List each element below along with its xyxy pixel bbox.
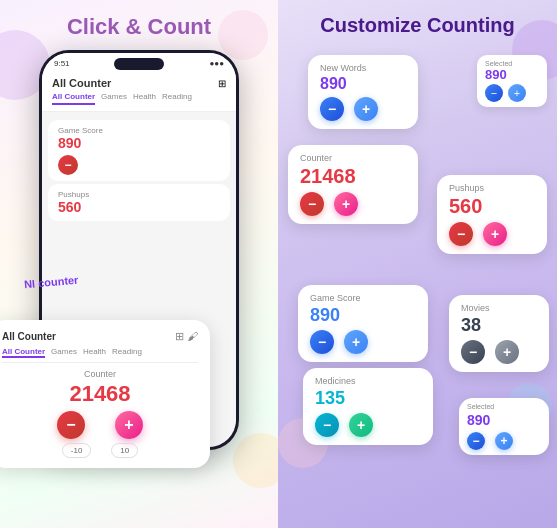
phone-mini-cards: Game Score 890 − Pushups 560 [42,120,236,221]
fc-tabs: All Counter Games Health Reading [2,347,198,363]
pushups-label: Pushups [449,183,535,193]
pushups-plus-btn[interactable]: + [483,222,507,246]
phone-tab-reading[interactable]: Reading [162,92,192,105]
game-score-value: 890 [310,305,416,326]
fc-tab-health[interactable]: Health [83,347,106,358]
fc-header: All Counter ⊞ 🖌 [2,330,198,343]
left-panel: Click & Count 9:51 ●●● All Counter ⊞ All… [0,0,278,528]
selected-minus-btn[interactable]: − [485,84,503,102]
phone-notch [114,58,164,70]
fc-title: All Counter [2,331,56,342]
app-bar-title: All Counter [52,77,111,89]
mini-card-pushups: Pushups 560 [48,184,230,221]
fc-step-buttons: -10 10 [2,443,198,458]
status-icons: ●●● [210,59,225,68]
selected-plus-btn[interactable]: + [508,84,526,102]
movies-card: Movies 38 − + [449,295,549,372]
new-words-buttons: − + [320,97,406,121]
movies-minus-btn[interactable]: − [461,340,485,364]
small-bottom-minus-btn[interactable]: − [467,432,485,450]
new-words-minus-btn[interactable]: − [320,97,344,121]
pushups-value: 560 [449,195,535,218]
decorative-blob-4 [233,433,278,488]
mini-card-gamescore-label: Game Score [58,126,220,135]
selected-card-value: 890 [485,67,539,82]
mini-card-gamescore-buttons: − [58,155,220,175]
mini-card-pushups-value: 560 [58,199,220,215]
right-cards-area: Selected 890 − + New Words 890 − + Count… [278,45,557,505]
counter-plus-btn[interactable]: + [334,192,358,216]
counter-minus-btn[interactable]: − [300,192,324,216]
fc-minus-button[interactable]: − [57,411,85,439]
game-score-buttons: − + [310,330,416,354]
left-panel-title: Click & Count [67,14,211,40]
pushups-minus-btn[interactable]: − [449,222,473,246]
new-words-plus-btn[interactable]: + [354,97,378,121]
new-words-label: New Words [320,63,406,73]
fc-tab-all[interactable]: All Counter [2,347,45,358]
step-minus-btn[interactable]: -10 [62,443,92,458]
qr-icon: ⊞ [218,78,226,89]
medicines-label: Medicines [315,376,421,386]
movies-buttons: − + [461,340,537,364]
step-plus-btn[interactable]: 10 [111,443,138,458]
small-bottom-card: Selected 890 − + [459,398,549,455]
counter-label: Counter [300,153,406,163]
new-words-card: New Words 890 − + [308,55,418,129]
mini-card-gamescore: Game Score 890 − [48,120,230,181]
medicines-buttons: − + [315,413,421,437]
pushups-buttons: − + [449,222,535,246]
game-score-minus-btn[interactable]: − [310,330,334,354]
fc-counter-value: 21468 [2,381,198,407]
game-score-plus-btn[interactable]: + [344,330,368,354]
counter-buttons: − + [300,192,406,216]
status-time: 9:51 [54,59,70,68]
counter-card: Counter 21468 − + [288,145,418,224]
small-bottom-plus-btn[interactable]: + [495,432,513,450]
selected-card: Selected 890 − + [477,55,547,107]
phone-tabs-row: All Counter Games Health Reading [52,92,226,109]
small-bottom-label: Selected [467,403,541,410]
fc-counter-label: Counter [2,369,198,379]
mini-card-gamescore-value: 890 [58,135,220,151]
medicines-minus-btn[interactable]: − [315,413,339,437]
small-bottom-buttons: − + [467,432,541,450]
counter-value: 21468 [300,165,406,188]
movies-plus-btn[interactable]: + [495,340,519,364]
pushups-card: Pushups 560 − + [437,175,547,254]
floating-card-left: All Counter ⊞ 🖌 All Counter Games Health… [0,320,210,468]
fc-buttons: − + [2,411,198,439]
game-score-label: Game Score [310,293,416,303]
fc-qr-icon: ⊞ 🖌 [175,330,198,343]
decorative-blob-2 [218,10,268,60]
mini-card-pushups-label: Pushups [58,190,220,199]
phone-tab-games[interactable]: Games [101,92,127,105]
right-panel-title: Customize Counting [320,14,514,37]
selected-card-label: Selected [485,60,539,67]
phone-tab-health[interactable]: Health [133,92,156,105]
medicines-value: 135 [315,388,421,409]
gamescore-minus-btn[interactable]: − [58,155,78,175]
new-words-value: 890 [320,75,406,93]
game-score-card: Game Score 890 − + [298,285,428,362]
fc-tab-games[interactable]: Games [51,347,77,358]
movies-label: Movies [461,303,537,313]
medicines-card: Medicines 135 − + [303,368,433,445]
phone-tab-all[interactable]: All Counter [52,92,95,105]
right-panel: Customize Counting Selected 890 − + New … [278,0,557,528]
medicines-plus-btn[interactable]: + [349,413,373,437]
fc-tab-reading[interactable]: Reading [112,347,142,358]
app-bar: All Counter ⊞ All Counter Games Health R… [42,73,236,112]
small-bottom-value: 890 [467,412,541,428]
selected-card-buttons: − + [485,84,539,102]
fc-plus-button[interactable]: + [115,411,143,439]
movies-value: 38 [461,315,537,336]
